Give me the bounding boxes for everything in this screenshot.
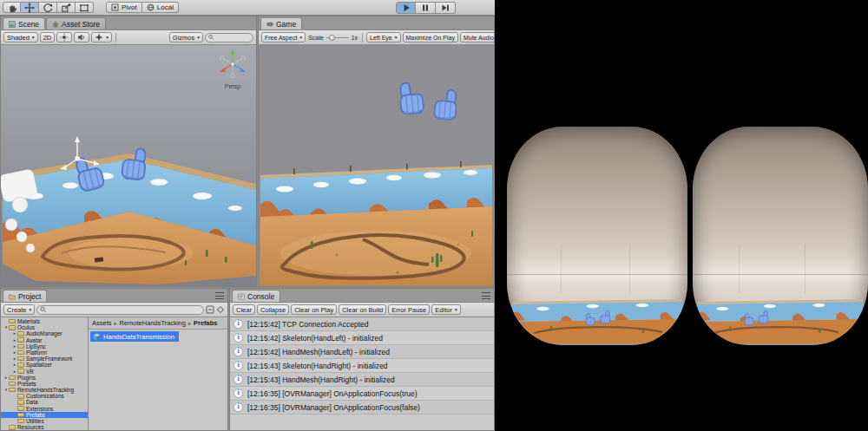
panel-menu-icon[interactable] xyxy=(215,292,224,299)
scene-search-input[interactable] xyxy=(216,35,250,41)
move-tool-button[interactable] xyxy=(21,2,39,13)
scale-tool-button[interactable] xyxy=(57,2,76,13)
error-pause-toggle[interactable]: Error Pause xyxy=(388,304,430,315)
log-message: [12:15:42] TCP Connection Accepted xyxy=(247,320,369,329)
console-log-row[interactable]: [12:15:42] Skeleton(HandLeft) - initiali… xyxy=(230,331,494,345)
project-tree-item[interactable]: Utilities xyxy=(1,418,88,424)
game-viewport[interactable] xyxy=(259,45,494,286)
project-tree-item[interactable]: ▸ AudioManager xyxy=(1,330,88,336)
rotate-tool-button[interactable] xyxy=(39,2,57,13)
collapse-toggle[interactable]: Collapse xyxy=(257,304,289,315)
tab-project[interactable]: Project xyxy=(3,290,47,302)
console-log-row[interactable]: [12:16:35] [OVRManager] OnApplicationFoc… xyxy=(230,401,494,415)
pause-button[interactable] xyxy=(416,2,436,14)
scene-right-hand[interactable] xyxy=(122,147,147,180)
scene-lighting-toggle[interactable] xyxy=(56,32,72,42)
breadcrumb-assets[interactable]: Assets xyxy=(92,319,120,327)
game-render-canvas[interactable] xyxy=(259,45,494,286)
clear-button[interactable]: Clear xyxy=(233,304,255,315)
project-tree-item[interactable]: Extensions xyxy=(1,406,88,412)
project-tree-item[interactable]: Customizations xyxy=(1,393,88,399)
scale-slider[interactable] xyxy=(326,33,349,42)
console-log-row[interactable]: [12:15:43] Skeleton(HandRight) - initial… xyxy=(230,359,494,373)
gizmos-dropdown[interactable]: Gizmos xyxy=(169,32,203,42)
tab-console[interactable]: Console xyxy=(232,290,280,302)
local-toggle-button[interactable]: Local xyxy=(142,2,179,13)
console-panel: Console Clear Collapse Clear on Play Cle… xyxy=(229,288,495,431)
console-log-row[interactable]: [12:15:42] HandMesh(HandLeft) - initiali… xyxy=(230,345,494,359)
project-tree-item[interactable]: ▾ RemoteHandsTracking xyxy=(1,387,88,393)
tab-asset-store[interactable]: Asset Store xyxy=(46,17,106,29)
rect-tool-button[interactable] xyxy=(76,2,94,13)
globe-icon xyxy=(147,3,155,11)
projection-label[interactable]: Persp xyxy=(213,83,253,89)
folder-name: Prefabs xyxy=(26,412,45,418)
project-tree-item[interactable]: ▸ Avatar xyxy=(1,337,88,343)
console-log-row[interactable]: [12:16:35] [OVRManager] OnApplicationFoc… xyxy=(230,387,494,401)
breadcrumb-prefabs[interactable]: Prefabs xyxy=(194,319,218,327)
create-dropdown[interactable]: Create xyxy=(3,304,35,315)
console-log-row[interactable]: [12:15:43] HandMesh(HandRight) - initial… xyxy=(230,373,494,387)
folder-icon xyxy=(17,356,24,362)
folder-icon xyxy=(17,406,24,411)
project-file-pane: Assets RemoteHandsTracking Prefabs Hands… xyxy=(89,317,227,430)
folder-name: Utilities xyxy=(26,418,44,424)
project-search-input[interactable] xyxy=(49,307,201,313)
project-tree-item[interactable]: ▸ LipSync xyxy=(1,343,88,349)
console-tabbar: Console xyxy=(230,289,494,303)
clear-on-play-toggle[interactable]: Clear on Play xyxy=(291,304,337,315)
transform-tools xyxy=(3,2,94,13)
folder-icon xyxy=(9,375,16,381)
pivot-toggle-button[interactable]: Pivot xyxy=(106,2,142,13)
project-tree-item[interactable]: ▸ Platform xyxy=(1,349,88,356)
clear-on-build-toggle[interactable]: Clear on Build xyxy=(339,304,386,315)
console-log-row[interactable]: [12:15:42] TCP Connection Accepted xyxy=(230,317,494,331)
scene-orientation-gizmo[interactable]: Persp xyxy=(213,48,253,89)
scene-tab-icon xyxy=(9,21,16,28)
breadcrumb: Assets RemoteHandsTracking Prefabs xyxy=(89,317,227,330)
scene-audio-toggle[interactable] xyxy=(74,32,89,42)
project-tree-item[interactable]: Presets xyxy=(1,381,88,387)
project-tree-item[interactable]: Data xyxy=(1,399,88,405)
aspect-dropdown[interactable]: Free Aspect xyxy=(261,32,306,42)
display-dropdown[interactable]: Left Eye xyxy=(366,32,400,42)
tab-scene[interactable]: Scene xyxy=(3,17,45,29)
mute-audio-toggle[interactable]: Mute Audio xyxy=(460,32,494,42)
wall-seam xyxy=(805,245,806,292)
project-search-field[interactable] xyxy=(36,305,204,315)
search-by-label-icon[interactable] xyxy=(216,305,225,314)
log-message: [12:16:35] [OVRManager] OnApplicationFoc… xyxy=(247,389,418,398)
scene-search-field[interactable] xyxy=(205,33,253,42)
draw-mode-dropdown[interactable]: Shaded xyxy=(3,32,38,42)
pivot-label: Pivot xyxy=(122,3,137,11)
project-tree-item[interactable]: ▾ Oculus xyxy=(1,324,88,330)
scene-tabbar: Scene Asset Store xyxy=(1,16,256,30)
maximize-on-play-toggle[interactable]: Maximize On Play xyxy=(403,32,458,42)
project-tree-item[interactable]: Materials xyxy=(1,318,88,324)
project-tree-item[interactable]: ▸ Spatializer xyxy=(1,362,88,368)
hand-tool-button[interactable] xyxy=(3,2,21,13)
asset-name: HandsDataTransmission xyxy=(103,333,174,341)
play-button[interactable] xyxy=(396,2,416,14)
project-tree-item[interactable]: ▸ VR xyxy=(1,369,88,375)
search-by-type-icon[interactable] xyxy=(206,305,214,314)
tab-game[interactable]: Game xyxy=(260,17,302,29)
project-tree-item[interactable]: ▸ Plugins xyxy=(1,375,88,381)
2d-toggle[interactable]: 2D xyxy=(40,32,56,42)
move-tool-icon xyxy=(24,3,35,13)
project-panel: Project Create xyxy=(0,288,228,431)
step-button[interactable] xyxy=(436,2,456,14)
project-tree-item[interactable]: Resources xyxy=(1,424,88,430)
project-tree-item[interactable]: ▸ SampleFramework xyxy=(1,356,88,362)
editor-dropdown[interactable]: Editor xyxy=(431,304,460,315)
scale-slider-knob[interactable] xyxy=(329,35,335,41)
scene-viewport[interactable]: Persp xyxy=(1,45,256,286)
breadcrumb-remotehandstracking[interactable]: RemoteHandsTracking xyxy=(120,319,194,327)
effects-dropdown[interactable] xyxy=(91,32,112,42)
panel-menu-icon[interactable] xyxy=(482,292,490,299)
console-log-list: [12:15:42] TCP Connection Accepted [12:1… xyxy=(230,317,494,430)
project-tree-item[interactable]: Prefabs xyxy=(1,412,88,418)
asset-store-tab-label: Asset Store xyxy=(62,20,100,29)
info-icon xyxy=(233,402,243,412)
selected-asset-item[interactable]: HandsDataTransmission xyxy=(90,331,179,342)
